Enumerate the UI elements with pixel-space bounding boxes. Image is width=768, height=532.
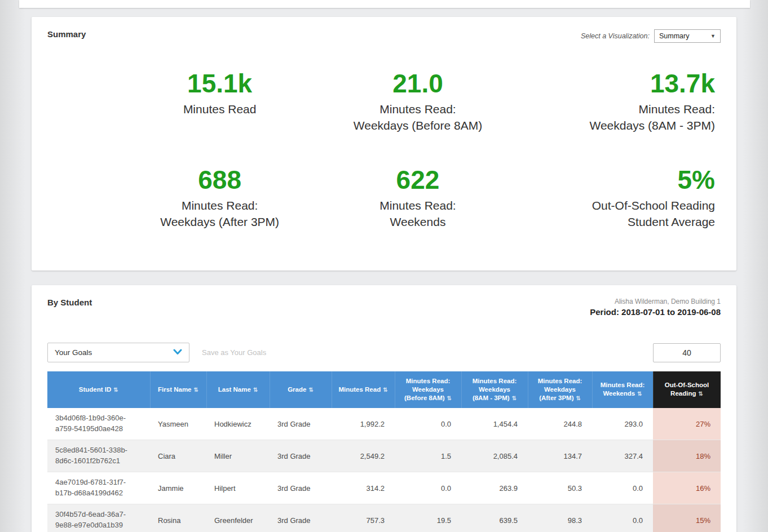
save-as-goals-button[interactable]: Save as Your Goals [202,348,266,357]
stat-label: Minutes Read [121,101,319,117]
column-header-label: Minutes Read: Weekdays (Before 8AM) [404,378,450,401]
cell-grade: 3rd Grade [270,472,332,504]
cell-first-name: Ciara [150,440,206,472]
cell-minutes-read-weekdays-after-3pm: 134.7 [528,440,592,472]
sort-icon: ⇅ [576,395,580,401]
stat-minutes-read-after-3pm: 688 Minutes Read: Weekdays (After 3PM) [121,166,319,230]
stat-value: 15.1k [121,70,319,97]
column-header-grade[interactable]: Grade⇅ [270,371,332,408]
cell-minutes-read: 1,992.2 [332,408,395,440]
visualization-label: Select a Visualization: [581,32,650,40]
goals-select[interactable]: Your Goals [47,343,189,362]
table-row: 30f4b57d-6ead-36a7-9e88-e97e0d0a1b39Rosi… [47,504,721,532]
column-header-minutes-read-weekdays-after-3pm[interactable]: Minutes Read: Weekdays (After 3PM)⇅ [528,371,592,408]
cell-minutes-read-weekends: 0.0 [592,504,653,532]
students-table-body: 3b4d06f8-1b9d-360e-a759-54195d0ae428Yasm… [47,408,721,532]
cell-minutes-read-weekdays-after-3pm: 50.3 [528,472,592,504]
sort-icon: ⇅ [113,387,118,393]
column-header-label: Minutes Read [338,386,381,393]
column-header-first-name[interactable]: First Name⇅ [150,371,206,408]
goal-threshold-input[interactable] [653,343,721,362]
sort-icon: ⇅ [637,391,642,397]
summary-title: Summary [47,29,86,39]
cell-minutes-read-weekends: 0.0 [592,472,653,504]
table-row: 5c8ed841-5601-338b-8d6c-1601f2b762c1Ciar… [47,440,721,472]
column-header-student-id[interactable]: Student ID⇅ [47,371,150,408]
stat-minutes-read: 15.1k Minutes Read [121,70,319,134]
cell-out-of-school-reading: 18% [653,440,721,472]
visualization-select[interactable]: Summary ▼ [654,29,721,43]
cell-grade: 3rd Grade [270,408,332,440]
report-period-block: Alisha Wilderman, Demo Building 1 Period… [590,298,721,317]
sort-icon: ⇅ [308,387,313,393]
cell-student-id: 30f4b57d-6ead-36a7-9e88-e97e0d0a1b39 [47,504,150,532]
cell-minutes-read-weekends: 327.4 [592,440,653,472]
column-header-minutes-read-weekdays-before-8am[interactable]: Minutes Read: Weekdays (Before 8AM)⇅ [395,371,461,408]
column-header-label: Minutes Read: Weekdays (8AM - 3PM) [473,378,517,401]
column-header-minutes-read-weekends[interactable]: Minutes Read: Weekends⇅ [592,371,653,408]
cell-minutes-read-weekdays-after-3pm: 244.8 [528,408,592,440]
by-student-card: By Student Alisha Wilderman, Demo Buildi… [32,285,736,532]
column-header-label: Student ID [79,386,112,393]
column-header-out-of-school-reading[interactable]: Out-Of-School Reading⇅ [653,371,721,408]
stat-minutes-read-before-8am: 21.0 Minutes Read: Weekdays (Before 8AM) [319,70,517,134]
column-header-last-name[interactable]: Last Name⇅ [206,371,270,408]
cell-first-name: Rosina [150,504,206,532]
stat-label: Minutes Read: Weekdays (Before 8AM) [319,101,517,134]
cell-minutes-read: 757.3 [332,504,395,532]
stat-value: 5% [517,166,715,193]
sort-icon: ⇅ [253,387,258,393]
cell-minutes-read-weekdays-8am-3pm: 2,085.4 [461,440,528,472]
summary-card: Summary Select a Visualization: Summary … [32,17,736,271]
column-header-minutes-read-weekdays-8am-3pm[interactable]: Minutes Read: Weekdays (8AM - 3PM)⇅ [461,371,528,408]
stat-value: 622 [319,166,517,193]
report-period: Period: 2018-07-01 to 2019-06-08 [590,307,721,317]
header-row: Student ID⇅First Name⇅Last Name⇅Grade⇅Mi… [47,371,721,408]
students-table: Student ID⇅First Name⇅Last Name⇅Grade⇅Mi… [47,371,721,532]
visualization-selector: Select a Visualization: Summary ▼ [581,29,721,43]
cell-minutes-read-weekdays-8am-3pm: 263.9 [461,472,528,504]
cell-minutes-read: 314.2 [332,472,395,504]
column-header-label: Grade [288,386,306,393]
sort-icon: ⇅ [383,387,387,393]
cell-first-name: Jammie [150,472,206,504]
by-student-card-header: By Student Alisha Wilderman, Demo Buildi… [47,298,721,317]
cell-minutes-read-weekdays-before-8am: 19.5 [395,504,461,532]
goals-select-value: Your Goals [55,348,92,357]
cell-last-name: Hodkiewicz [206,408,270,440]
cell-last-name: Miller [206,440,270,472]
summary-stats-grid: 15.1k Minutes Read 21.0 Minutes Read: We… [47,70,721,247]
column-header-minutes-read[interactable]: Minutes Read⇅ [332,371,395,408]
stat-value: 688 [121,166,319,193]
cell-out-of-school-reading: 27% [653,408,721,440]
cell-grade: 3rd Grade [270,504,332,532]
cell-student-id: 3b4d06f8-1b9d-360e-a759-54195d0ae428 [47,408,150,440]
cell-minutes-read-weekdays-before-8am: 0.0 [395,472,461,504]
stat-out-of-school-average: 5% Out-Of-School Reading Student Average [517,166,715,230]
sort-icon: ⇅ [512,395,517,401]
cell-minutes-read-weekdays-before-8am: 0.0 [395,408,461,440]
cell-student-id: 5c8ed841-5601-338b-8d6c-1601f2b762c1 [47,440,150,472]
stat-minutes-read-weekends: 622 Minutes Read: Weekends [319,166,517,230]
cell-first-name: Yasmeen [150,408,206,440]
stat-label: Minutes Read: Weekdays (8AM - 3PM) [517,101,715,134]
column-header-label: Last Name [218,386,251,393]
summary-card-header: Summary Select a Visualization: Summary … [47,29,721,43]
sort-icon: ⇅ [698,391,703,397]
stat-value: 21.0 [319,70,517,97]
cell-out-of-school-reading: 16% [653,472,721,504]
sort-icon: ⇅ [447,395,452,401]
cell-student-id: 4ae7019d-6781-31f7-b17b-d68a4199d462 [47,472,150,504]
by-student-title: By Student [47,298,92,307]
cell-last-name: Hilpert [206,472,270,504]
cell-grade: 3rd Grade [270,440,332,472]
report-context: Alisha Wilderman, Demo Building 1 [590,298,721,305]
dropdown-caret-icon: ▼ [710,33,716,39]
cell-minutes-read-weekends: 293.0 [592,408,653,440]
stat-minutes-read-8am-3pm: 13.7k Minutes Read: Weekdays (8AM - 3PM) [517,70,715,134]
previous-card-edge [19,0,750,8]
cell-last-name: Greenfelder [206,504,270,532]
column-header-label: First Name [158,386,191,393]
cell-minutes-read-weekdays-8am-3pm: 1,454.4 [461,408,528,440]
stat-label: Out-Of-School Reading Student Average [517,198,715,230]
